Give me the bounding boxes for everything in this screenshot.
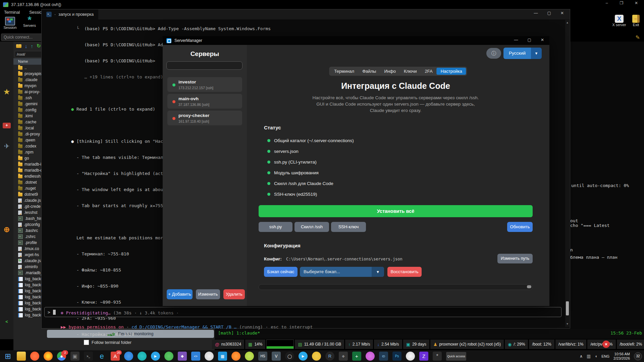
taskbar-app-icon[interactable]: [164, 352, 173, 361]
change-path-button[interactable]: Изменить путь: [497, 254, 533, 263]
refresh-icon[interactable]: ↻: [37, 43, 41, 49]
page-subtitle: GUI и Claude Code используют один server…: [247, 102, 544, 107]
sessions-star-icon[interactable]: ★: [0, 87, 13, 97]
toolbar-session-button[interactable]: Session: [1, 17, 19, 29]
server-card[interactable]: main-ovh 37.187.136.86 [ssh]: [167, 94, 242, 109]
terminal-tab[interactable]: >_ · запуск и проверка: [42, 9, 98, 19]
taskbar-app-icon[interactable]: [138, 352, 147, 361]
taskbar-app-icon[interactable]: [366, 352, 375, 361]
input-language-indicator[interactable]: ENG: [601, 354, 609, 358]
taskbar-heidisql-icon[interactable]: HS: [258, 352, 267, 361]
taskbar-app-icon[interactable]: V: [272, 352, 281, 361]
scroll-up-icon[interactable]: ▲: [565, 21, 570, 24]
taskbar-app-icon[interactable]: ID: [379, 352, 388, 361]
maximize-icon[interactable]: ▢: [547, 11, 551, 15]
add-server-button[interactable]: + Добавить: [167, 289, 193, 299]
taskbar-app-icon[interactable]: [406, 352, 415, 361]
taskbar-vscode-icon[interactable]: <>: [191, 352, 200, 361]
download-icon[interactable]: ↓: [25, 43, 28, 49]
maximize-icon[interactable]: ▢: [528, 38, 531, 42]
folder-up-icon[interactable]: [16, 44, 21, 48]
close-icon[interactable]: ✕: [541, 38, 544, 42]
install-part-button[interactable]: Скилл /ssh: [294, 222, 329, 232]
taskbar-app-icon[interactable]: [124, 352, 133, 361]
network-globe-icon[interactable]: ⊕: [0, 225, 13, 234]
language-dropdown[interactable]: Русский ▼: [503, 48, 542, 59]
tools-knife-icon[interactable]: +: [0, 123, 13, 128]
toolbar-xserver-button[interactable]: X X server: [610, 15, 629, 27]
taskbar-photoshop-icon[interactable]: Ps: [392, 352, 401, 361]
taskbar-obs-icon[interactable]: ◯: [285, 352, 294, 361]
restore-button[interactable]: Восстановить: [387, 267, 422, 277]
taskbar-app-icon[interactable]: [205, 352, 214, 361]
server-tab[interactable]: Файлы: [358, 68, 380, 75]
taskbar-telegram-icon[interactable]: ▶: [299, 352, 308, 361]
scrollbar-thumb[interactable]: [566, 301, 569, 315]
close-icon[interactable]: ✕: [560, 11, 564, 15]
taskbar-explorer-icon[interactable]: [17, 352, 26, 361]
server-tab[interactable]: 2FA: [421, 68, 437, 75]
minimize-icon[interactable]: —: [534, 11, 538, 15]
tray-volume-icon[interactable]: ◖: [595, 354, 597, 359]
terminal-scrollbar[interactable]: ▲ ▼: [565, 20, 570, 327]
horizontal-scrollbar[interactable]: [259, 284, 533, 290]
disconnect-close-icon[interactable]: ✕: [602, 341, 610, 348]
edit-pencil-icon[interactable]: ✎: [636, 34, 640, 41]
scroll-down-icon[interactable]: ▼: [565, 322, 570, 325]
backup-now-button[interactable]: Бэкап сейчас: [264, 267, 298, 277]
server-tab[interactable]: Ключи: [400, 68, 421, 75]
toolbar-exit-button[interactable]: Exit: [627, 15, 644, 27]
minimize-icon[interactable]: –: [604, 1, 610, 5]
claude-input-box[interactable]: >: [44, 307, 561, 317]
server-tab[interactable]: Терминал: [330, 68, 358, 75]
server-card[interactable]: investor 173.212.212.157 [ssh]: [167, 77, 242, 92]
toolbar-servers-button[interactable]: * Servers: [20, 16, 39, 27]
file-icon: [18, 216, 23, 221]
file-name: log_backu: [25, 307, 43, 311]
taskbar-app-icon[interactable]: *: [433, 352, 442, 361]
taskbar-app-icon[interactable]: ◆: [339, 352, 348, 361]
backup-select[interactable]: Выберите бэкап... ▼: [300, 267, 384, 277]
edit-server-button[interactable]: Изменить: [196, 289, 220, 299]
macros-plane-icon[interactable]: ✈: [0, 142, 13, 150]
taskbar-terminal-icon[interactable]: >_: [84, 352, 93, 361]
install-all-button[interactable]: Установить всё: [259, 205, 533, 217]
taskbar-app-icon[interactable]: Z: [419, 352, 428, 361]
menu-terminal[interactable]: Terminal: [4, 10, 20, 15]
refresh-button[interactable]: Обновить: [507, 222, 533, 232]
maximize-icon[interactable]: ❐: [619, 1, 625, 5]
server-tab[interactable]: Настройка: [437, 68, 466, 75]
info-icon[interactable]: ⓘ: [486, 48, 501, 59]
taskbar-edge-icon[interactable]: e: [97, 352, 106, 361]
server-tab[interactable]: Инфо: [380, 68, 399, 75]
delete-server-button[interactable]: Удалить: [223, 289, 245, 299]
taskbar-app-icon[interactable]: [312, 352, 321, 361]
taskbar-anydesk-icon[interactable]: A 20: [111, 352, 120, 361]
notification-count-badge[interactable]: 32: [634, 352, 642, 360]
scrollbar-thumb[interactable]: [527, 285, 531, 288]
taskbar-rstudio-icon[interactable]: R: [325, 352, 334, 361]
taskbar-firefox-icon[interactable]: [44, 352, 53, 361]
taskbar-brave-icon[interactable]: [30, 352, 39, 361]
taskbar-telegram-icon[interactable]: ▶: [151, 352, 160, 361]
taskbar-app-icon[interactable]: +: [352, 352, 361, 361]
minimize-icon[interactable]: —: [514, 38, 518, 42]
taskbar-clock[interactable]: 10:56 AM 2/23/2026: [613, 352, 630, 361]
server-card[interactable]: proxy-checker 161.97.118.40 [ssh]: [167, 111, 242, 125]
taskbar-chrome-icon[interactable]: ● 2: [57, 352, 66, 361]
taskbar-app-icon[interactable]: [245, 352, 254, 361]
taskbar-app-icon[interactable]: [231, 352, 240, 361]
taskbar-app-icon[interactable]: ◆: [178, 352, 187, 361]
taskbar-docker-icon[interactable]: ▦: [218, 352, 227, 361]
upload-icon[interactable]: ↑: [31, 43, 34, 49]
install-part-button[interactable]: SSH-ключ: [331, 222, 366, 232]
taskbar-start-icon[interactable]: ⊞: [3, 352, 12, 361]
install-part-button[interactable]: ssh.py: [259, 222, 292, 232]
quick-access-button[interactable]: Quick access: [446, 352, 466, 361]
close-icon[interactable]: ✕: [633, 1, 639, 5]
taskbar-app-icon[interactable]: ▣: [70, 352, 79, 361]
server-search-input[interactable]: [166, 61, 243, 70]
tray-chevron-icon[interactable]: ∧: [580, 354, 583, 359]
panel-scroll-left-icon[interactable]: <: [0, 319, 13, 324]
tray-monitor-icon[interactable]: ▥: [587, 354, 591, 359]
